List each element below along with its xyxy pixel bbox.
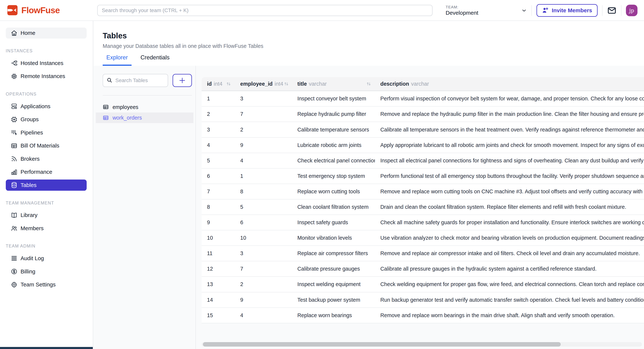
cell-description: Perform visual inspection of conveyor be… [375, 91, 644, 106]
table-row[interactable]: 113Replace air compressor filtersRemove … [202, 246, 644, 261]
column-name: title [298, 81, 307, 87]
sidebar-item-library[interactable]: Library [6, 210, 87, 221]
table-row[interactable]: 149Test backup power systemRun backup ge… [202, 292, 644, 308]
search-icon [106, 77, 112, 83]
hosted-instances-icon [10, 60, 18, 66]
cell-description: Remove and replace worn cutting tools on… [375, 184, 644, 199]
cell-description: Calibrate all pressure gauges in the hyd… [375, 261, 644, 277]
horizontal-scrollbar-thumb[interactable] [203, 342, 561, 347]
main-content: Tables Manage your Database tables all i… [94, 21, 644, 349]
team-name: Development [446, 10, 478, 16]
table-row[interactable]: 1010Monitor vibration levelsUse vibratio… [202, 230, 644, 246]
cell-employee-id: 8 [235, 184, 292, 199]
table-row[interactable]: 78Replace worn cutting toolsRemove and r… [202, 184, 644, 199]
sidebar-item-members[interactable]: Members [6, 223, 87, 234]
top-header: FlowFuse TEAM: Development Invite Member… [0, 0, 644, 21]
table-list-item-employees[interactable]: employees [96, 102, 194, 112]
sidebar-bottom-bar [0, 347, 93, 349]
cell-title: Test backup power system [292, 292, 375, 308]
sidebar-item-remote-instances[interactable]: Remote Instances [6, 71, 87, 82]
table-list-item-work-orders[interactable]: work_orders [96, 112, 194, 123]
add-table-button[interactable] [172, 74, 192, 87]
cell-description: Check all machine safety guards for prop… [375, 215, 644, 230]
sidebar-item-performance[interactable]: Performance [6, 166, 87, 178]
column-type: varchar [411, 81, 429, 87]
cell-id: 6 [202, 169, 235, 184]
table-row[interactable]: 85Clean coolant filtration systemDrain a… [202, 199, 644, 215]
cell-employee-id: 4 [235, 308, 292, 323]
flowfuse-logo[interactable]: FlowFuse [7, 5, 60, 16]
team-selector[interactable]: TEAM: Development [446, 5, 527, 16]
sidebar-item-label: Brokers [20, 156, 40, 162]
sidebar-item-tables[interactable]: Tables [6, 180, 87, 191]
header-divider [621, 5, 622, 16]
sidebar-item-home[interactable]: Home [6, 27, 87, 39]
remote-instances-icon [10, 73, 18, 80]
cell-employee-id: 7 [235, 106, 292, 122]
column-header-title[interactable]: title varchar [292, 77, 375, 91]
sidebar-item-label: Hosted Instances [20, 60, 63, 66]
cell-employee-id: 9 [235, 292, 292, 308]
table-row[interactable]: 61Test emergency stop systemPerform func… [202, 169, 644, 184]
cell-employee-id: 3 [235, 246, 292, 261]
sort-icon[interactable] [283, 81, 290, 87]
header-actions: TEAM: Development Invite Members [446, 0, 638, 21]
data-table-area: id int4 employee_id int [196, 66, 644, 349]
sidebar-item-label: Applications [20, 103, 50, 109]
table-row[interactable]: 132Inspect welding equipmentCheck weldin… [202, 277, 644, 292]
sidebar-item-bill-of-materials[interactable]: Bill Of Materials [6, 140, 87, 151]
team-search-input[interactable] [97, 5, 432, 16]
library-icon [10, 212, 18, 219]
horizontal-scrollbar[interactable] [202, 342, 642, 347]
cell-id: 1 [202, 91, 235, 106]
sidebar-item-team-settings[interactable]: Team Settings [6, 279, 87, 290]
table-row[interactable]: 127Calibrate pressure gaugesCalibrate al… [202, 261, 644, 277]
table-row[interactable]: 32Calibrate temperature sensorsCalibrate… [202, 122, 644, 137]
table-row[interactable]: 54Check electrical panel connectionsInsp… [202, 153, 644, 169]
sidebar-item-hosted-instances[interactable]: Hosted Instances [6, 57, 87, 69]
cell-title: Replace worn bearings [292, 308, 375, 323]
cell-title: Calibrate temperature sensors [292, 122, 375, 137]
sidebar-item-audit-log[interactable]: Audit Log [6, 253, 87, 264]
invite-members-button[interactable]: Invite Members [536, 4, 598, 17]
table-row[interactable]: 96Inspect safety guardsCheck all machine… [202, 215, 644, 230]
sidebar-item-billing[interactable]: Billing [6, 266, 87, 277]
billing-icon [10, 268, 18, 275]
table-row[interactable]: 49Lubricate robotic arm jointsApply appr… [202, 138, 644, 153]
table-row[interactable]: 13Inspect conveyor belt systemPerform vi… [202, 91, 644, 106]
user-avatar[interactable]: jp [626, 5, 638, 16]
sidebar-item-applications[interactable]: Applications [6, 101, 87, 112]
table-row[interactable]: 27Replace hydraulic pump filterRemove an… [202, 106, 644, 122]
cell-title: Lubricate robotic arm joints [292, 138, 375, 153]
sidebar-item-brokers[interactable]: Brokers [6, 153, 87, 164]
applications-icon [10, 103, 18, 110]
cell-description: Perform functional test of all emergency… [375, 169, 644, 184]
flowfuse-app: FlowFuse TEAM: Development Invite Member… [0, 0, 644, 349]
tab-explorer[interactable]: Explorer [103, 54, 132, 66]
table-row[interactable]: 154Replace worn bearingsRemove and repla… [202, 308, 644, 323]
cell-title: Clean coolant filtration system [292, 199, 375, 215]
sort-icon[interactable] [226, 81, 232, 87]
chevron-down-icon [521, 8, 527, 13]
header-divider [602, 5, 602, 16]
sidebar-item-pipelines[interactable]: Pipelines [6, 127, 87, 138]
sidebar-item-groups[interactable]: Groups [6, 114, 87, 125]
cell-description: Check welding equipment for proper gas f… [375, 277, 644, 292]
sidebar-item-label: Library [20, 212, 38, 218]
sort-icon[interactable] [366, 81, 372, 87]
cell-title: Replace worn cutting tools [292, 184, 375, 199]
column-header-id[interactable]: id int4 [202, 77, 235, 91]
cell-id: 8 [202, 199, 235, 215]
cell-description: Use vibration analyzer to check motor an… [375, 230, 644, 246]
cell-id: 5 [202, 153, 235, 169]
cell-id: 3 [202, 122, 235, 137]
groups-icon [10, 116, 18, 123]
column-header-employee-id[interactable]: employee_id int4 [235, 77, 292, 91]
notifications-button[interactable] [607, 6, 616, 15]
page-header: Tables Manage your Database tables all i… [94, 21, 644, 65]
cell-employee-id: 3 [235, 91, 292, 106]
column-header-description[interactable]: description varchar [375, 77, 644, 91]
column-name: description [380, 81, 409, 87]
sidebar-item-label: Members [20, 225, 44, 232]
tab-credentials[interactable]: Credentials [137, 54, 173, 66]
